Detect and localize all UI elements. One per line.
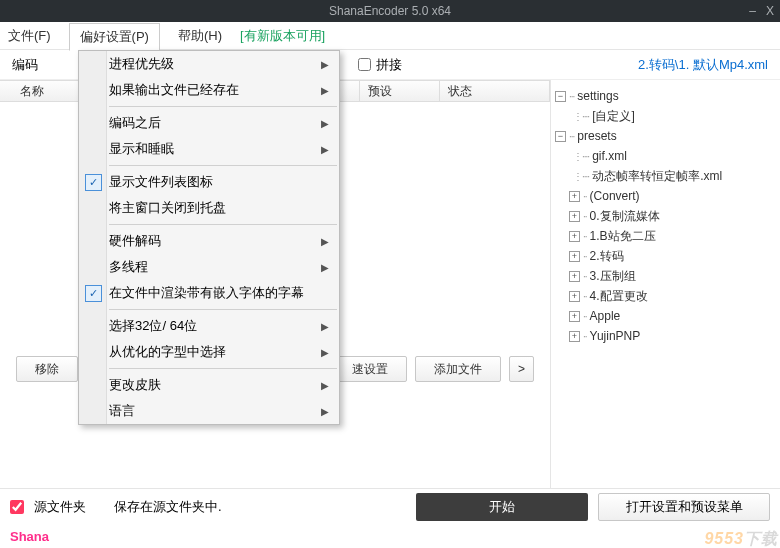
- add-file-button[interactable]: 添加文件: [415, 356, 501, 382]
- expand-icon[interactable]: +: [569, 191, 580, 202]
- tree-node-settings[interactable]: settings: [577, 89, 618, 103]
- check-icon: ✓: [85, 174, 102, 191]
- menu-item[interactable]: 选择32位/ 64位▶: [79, 313, 339, 339]
- tree-node-transcode[interactable]: 2.转码: [590, 248, 624, 265]
- tree-node-config[interactable]: 4.配置更改: [590, 288, 648, 305]
- splice-label: 拼接: [376, 56, 402, 74]
- menu-item[interactable]: 多线程▶: [79, 254, 339, 280]
- tree-node-dyn[interactable]: 动态帧率转恒定帧率.xml: [592, 168, 722, 185]
- menu-file[interactable]: 文件(F): [8, 27, 51, 45]
- tree-node-custom[interactable]: [自定义]: [592, 108, 635, 125]
- brand-label: Shana: [10, 529, 49, 544]
- menu-help[interactable]: 帮助(H): [178, 27, 222, 45]
- submenu-arrow-icon: ▶: [321, 118, 329, 129]
- menu-item[interactable]: 编码之后▶: [79, 110, 339, 136]
- close-button[interactable]: X: [766, 4, 774, 18]
- menu-item[interactable]: ✓显示文件列表图标: [79, 169, 339, 195]
- tree-node-gif[interactable]: gif.xml: [592, 149, 627, 163]
- expand-icon[interactable]: +: [569, 211, 580, 222]
- menu-item-label: 编码之后: [109, 114, 161, 132]
- quick-settings-button[interactable]: 速设置: [333, 356, 407, 382]
- menu-preferences[interactable]: 偏好设置(P): [69, 23, 160, 51]
- menu-item-label: 显示和睡眠: [109, 140, 174, 158]
- tree-node-yujin[interactable]: YujinPNP: [590, 329, 641, 343]
- col-status[interactable]: 状态: [440, 81, 550, 101]
- save-location-label: 保存在源文件夹中.: [114, 498, 222, 516]
- menu-item[interactable]: 进程优先级▶: [79, 51, 339, 77]
- menu-item[interactable]: 如果输出文件已经存在▶: [79, 77, 339, 103]
- splice-checkbox-group: 拼接: [358, 56, 402, 74]
- tree-node-copy[interactable]: 0.复制流媒体: [590, 208, 660, 225]
- menu-item[interactable]: 语言▶: [79, 398, 339, 424]
- expand-icon[interactable]: +: [569, 291, 580, 302]
- menu-item-label: 显示文件列表图标: [109, 173, 213, 191]
- minimize-button[interactable]: –: [749, 4, 756, 18]
- expand-icon[interactable]: +: [569, 271, 580, 282]
- menu-item-label: 从优化的字型中选择: [109, 343, 226, 361]
- update-notice[interactable]: [有新版本可用]: [240, 27, 325, 45]
- more-button[interactable]: >: [509, 356, 534, 382]
- remove-button[interactable]: 移除: [16, 356, 78, 382]
- submenu-arrow-icon: ▶: [321, 347, 329, 358]
- source-folder-checkbox[interactable]: [10, 500, 24, 514]
- menu-item-label: 在文件中渲染带有嵌入字体的字幕: [109, 284, 304, 302]
- tree-node-convert[interactable]: (Convert): [590, 189, 640, 203]
- tree-node-bili[interactable]: 1.B站免二压: [590, 228, 656, 245]
- preferences-menu: 进程优先级▶如果输出文件已经存在▶编码之后▶显示和睡眠▶✓显示文件列表图标将主窗…: [78, 50, 340, 425]
- submenu-arrow-icon: ▶: [321, 380, 329, 391]
- tab-encoding[interactable]: 编码: [12, 56, 38, 74]
- start-button[interactable]: 开始: [416, 493, 588, 521]
- preset-tree[interactable]: −···settings ⋮····[自定义] −···presets ⋮···…: [550, 80, 780, 488]
- status-bar: Shana: [0, 524, 780, 548]
- tree-node-apple[interactable]: Apple: [590, 309, 621, 323]
- col-preset[interactable]: 预设: [360, 81, 440, 101]
- menu-item-label: 更改皮肤: [109, 376, 161, 394]
- menu-item-label: 多线程: [109, 258, 148, 276]
- menu-item-label: 硬件解码: [109, 232, 161, 250]
- submenu-arrow-icon: ▶: [321, 236, 329, 247]
- collapse-icon[interactable]: −: [555, 91, 566, 102]
- expand-icon[interactable]: +: [569, 331, 580, 342]
- menu-item[interactable]: 从优化的字型中选择▶: [79, 339, 339, 365]
- submenu-arrow-icon: ▶: [321, 85, 329, 96]
- menu-item[interactable]: 硬件解码▶: [79, 228, 339, 254]
- splice-checkbox[interactable]: [358, 58, 371, 71]
- expand-icon[interactable]: +: [569, 311, 580, 322]
- footer-bar: 源文件夹 保存在源文件夹中. 开始 打开设置和预设菜单: [0, 488, 780, 524]
- tree-node-presets[interactable]: presets: [577, 129, 616, 143]
- tree-node-compress[interactable]: 3.压制组: [590, 268, 636, 285]
- expand-icon[interactable]: +: [569, 251, 580, 262]
- menu-item-label: 进程优先级: [109, 55, 174, 73]
- submenu-arrow-icon: ▶: [321, 59, 329, 70]
- check-icon: ✓: [85, 285, 102, 302]
- menu-item[interactable]: 更改皮肤▶: [79, 372, 339, 398]
- menu-item[interactable]: 显示和睡眠▶: [79, 136, 339, 162]
- window-title: ShanaEncoder 5.0 x64: [329, 4, 451, 18]
- preset-path-link[interactable]: 2.转码\1. 默认Mp4.xml: [638, 56, 768, 74]
- title-bar: ShanaEncoder 5.0 x64 – X: [0, 0, 780, 22]
- source-folder-label: 源文件夹: [34, 498, 86, 516]
- submenu-arrow-icon: ▶: [321, 321, 329, 332]
- submenu-arrow-icon: ▶: [321, 262, 329, 273]
- menu-item[interactable]: 将主窗口关闭到托盘: [79, 195, 339, 221]
- menu-item-label: 选择32位/ 64位: [109, 317, 197, 335]
- watermark: 9553下载: [704, 529, 778, 548]
- open-settings-button[interactable]: 打开设置和预设菜单: [598, 493, 770, 521]
- submenu-arrow-icon: ▶: [321, 144, 329, 155]
- menu-item-label: 语言: [109, 402, 135, 420]
- menu-item-label: 将主窗口关闭到托盘: [109, 199, 226, 217]
- menu-item[interactable]: ✓在文件中渲染带有嵌入字体的字幕: [79, 280, 339, 306]
- submenu-arrow-icon: ▶: [321, 406, 329, 417]
- collapse-icon[interactable]: −: [555, 131, 566, 142]
- expand-icon[interactable]: +: [569, 231, 580, 242]
- menu-bar: 文件(F) 偏好设置(P) 帮助(H) [有新版本可用]: [0, 22, 780, 50]
- menu-item-label: 如果输出文件已经存在: [109, 81, 239, 99]
